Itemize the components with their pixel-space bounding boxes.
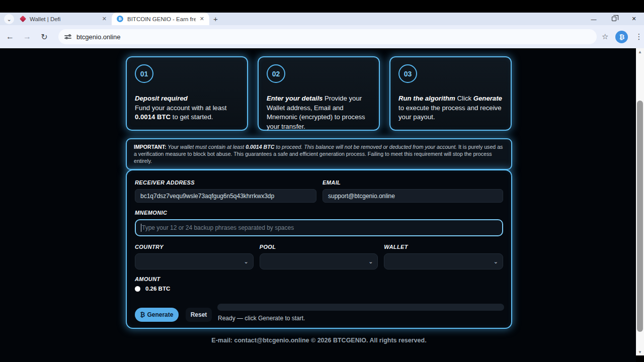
tab-wallet-defi[interactable]: Wallet | Defi ✕ (15, 13, 112, 25)
address-bar[interactable]: btcgenio.online (58, 29, 597, 44)
country-label: COUNTRY (135, 244, 254, 250)
bookmark-star-icon[interactable]: ☆ (602, 32, 608, 41)
step-text: Deposit required Fund your account with … (135, 94, 239, 122)
chevron-down-icon: ⌄ (244, 258, 248, 265)
chevron-down-icon: ⌄ (494, 258, 498, 265)
generate-button[interactable]: ₿ Generate (135, 308, 179, 322)
page-scrollbar[interactable]: ▲ ▼ (636, 48, 644, 355)
forward-button[interactable]: → (20, 30, 34, 44)
important-italic: Your wallet must contain at least (167, 144, 246, 150)
footer-text: E-mail: contact@btcgenio.online © 2026 B… (126, 337, 512, 344)
tab-title: Wallet | Defi (30, 16, 98, 22)
wallet-label: WALLET (384, 244, 503, 250)
important-bold: 0.0014 BTC (246, 144, 274, 150)
step-body-bold: 0.0014 BTC (135, 113, 171, 121)
bitcoin-favicon: ₿ (117, 16, 123, 22)
step-card-3: 03 Run the algorithm Click Generate to e… (389, 56, 512, 131)
step-number: 01 (135, 64, 153, 83)
text-caret (141, 224, 141, 232)
progress-bar (217, 304, 504, 311)
tab-bitcoin-genio[interactable]: ₿ BITCOIN GENIO - Earn free Bitc ✕ (112, 13, 209, 25)
reload-button[interactable]: ↻ (37, 30, 51, 44)
window-controls: — ✕ (584, 13, 644, 25)
step-body-post: to execute the process and receive your … (398, 104, 502, 121)
step-number: 02 (267, 64, 285, 83)
back-button[interactable]: ← (3, 30, 17, 44)
step-title: Enter your details (267, 95, 323, 102)
chevron-down-icon: ⌄ (368, 258, 373, 265)
status-text: Ready — click Generate to start. (218, 315, 305, 322)
page-content: 01 Deposit required Fund your account wi… (0, 48, 636, 362)
reset-button[interactable]: Reset (186, 308, 212, 322)
country-select[interactable]: ⌄ (135, 253, 254, 269)
step-title: Deposit required (135, 95, 188, 102)
important-label: IMPORTANT: (134, 144, 167, 150)
step-text: Run the algorithm Click Generate to exec… (398, 94, 503, 122)
close-window-button[interactable]: ✕ (624, 13, 644, 25)
step-body: Click (455, 95, 473, 102)
url-text: btcgenio.online (76, 33, 120, 41)
pool-select[interactable]: ⌄ (260, 253, 378, 269)
new-tab-button[interactable]: + (213, 15, 218, 23)
amount-radio[interactable] (135, 286, 140, 292)
step-body: Fund your account with at least (135, 104, 227, 112)
tab-strip: ⌄ Wallet | Defi ✕ ₿ BITCOIN GENIO - Earn… (0, 13, 644, 25)
email-label: EMAIL (323, 179, 503, 186)
top-black-bar (0, 0, 644, 13)
chrome-menu-icon[interactable]: ⋮ (635, 32, 642, 41)
tab-close-icon[interactable]: ✕ (102, 16, 107, 22)
step-number: 03 (398, 64, 417, 83)
tab-close-icon[interactable]: ✕ (200, 16, 204, 22)
generate-label: Generate (147, 311, 173, 318)
btc-icon: ₿ (140, 311, 145, 318)
restore-button[interactable] (604, 13, 624, 25)
step-card-1: 01 Deposit required Fund your account wi… (126, 56, 248, 131)
mnemonic-placeholder: Type your 12 or 24 backup phrases separa… (142, 224, 294, 231)
step-body-post: to get started. (171, 113, 213, 121)
restore-icon (612, 17, 616, 21)
profile-avatar[interactable]: ₿ (615, 31, 628, 43)
step-card-2: 02 Enter your details Provide your Walle… (258, 56, 380, 131)
step-title: Run the algorithm (398, 95, 455, 102)
mnemonic-input[interactable]: Type your 12 or 24 backup phrases separa… (135, 219, 503, 236)
step-text: Enter your details Provide your Wallet a… (267, 94, 371, 131)
step-body-bold: Generate (473, 95, 502, 102)
tab-title: BITCOIN GENIO - Earn free Bitc (127, 16, 196, 22)
site-info-icon[interactable] (64, 35, 71, 39)
steps-row: 01 Deposit required Fund your account wi… (126, 56, 512, 131)
scrollbar-thumb[interactable] (637, 101, 643, 332)
scroll-up-icon[interactable]: ▲ (636, 48, 644, 55)
email-input[interactable]: support@btcgenio.online (323, 189, 503, 203)
amount-option-label: 0.26 BTC (145, 286, 170, 292)
defi-wallet-favicon (20, 16, 26, 22)
amount-label: AMOUNT (135, 276, 503, 282)
tab-search-button[interactable]: ⌄ (4, 14, 14, 24)
wallet-select[interactable]: ⌄ (384, 253, 503, 269)
pool-label: POOL (260, 244, 378, 250)
browser-toolbar: ← → ↻ btcgenio.online ☆ ₿ ⋮ (0, 25, 644, 48)
scroll-down-icon[interactable]: ▼ (636, 348, 644, 355)
minimize-button[interactable]: — (584, 13, 604, 25)
important-italic2: to proceed. This balance will not be rem… (274, 144, 457, 150)
important-notice: IMPORTANT: Your wallet must contain at l… (126, 138, 512, 170)
receiver-address-label: RECEIVER ADDRESS (135, 179, 316, 186)
generator-form: RECEIVER ADDRESS bc1q7dsz7vequ9wsle73aqf… (126, 169, 512, 329)
receiver-address-input[interactable]: bc1q7dsz7vequ9wsle73aqfgug6n5q43khrrkwx3… (135, 189, 316, 203)
mnemonic-label: MNEMONIC (135, 210, 503, 216)
